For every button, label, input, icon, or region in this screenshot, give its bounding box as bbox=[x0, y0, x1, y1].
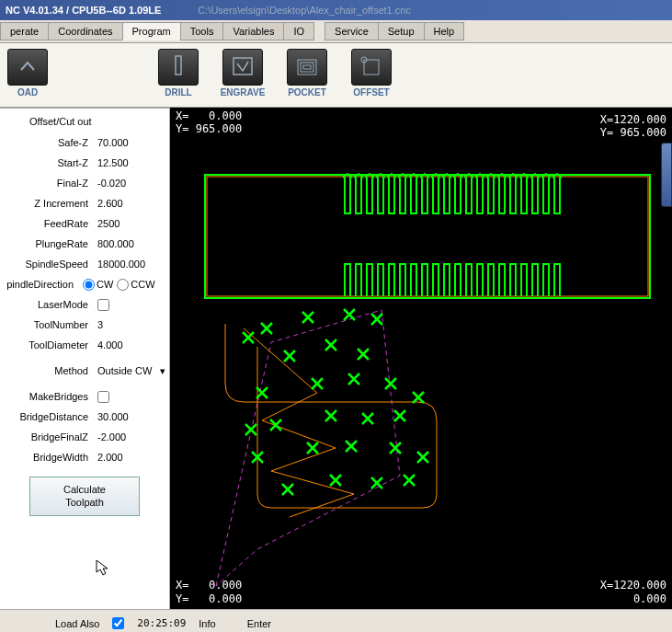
toolpath-svg bbox=[170, 108, 672, 609]
load-also-checkbox[interactable] bbox=[112, 617, 124, 629]
status-time: 20:25:09 bbox=[137, 617, 186, 629]
offset-button[interactable]: OFFSET bbox=[346, 49, 397, 98]
tab-coordinates[interactable]: Coordinates bbox=[48, 22, 122, 40]
drill-icon bbox=[158, 49, 199, 86]
tab-setup[interactable]: Setup bbox=[378, 22, 425, 40]
tab-program[interactable]: Program bbox=[122, 22, 181, 40]
drill-button[interactable]: DRILL bbox=[153, 49, 204, 98]
makebridges-checkbox[interactable] bbox=[97, 391, 109, 403]
tab-operate[interactable]: perate bbox=[0, 22, 49, 40]
menu-tabs: perate Coordinates Program Tools Variabl… bbox=[0, 20, 672, 43]
parameters-panel: Offset/Cut out Safe-Z70.000 Start-Z12.50… bbox=[0, 108, 170, 609]
svg-rect-1 bbox=[233, 58, 252, 75]
file-path: C:\Users\elsign\Desktop\Alex_chair_offse… bbox=[198, 5, 411, 16]
side-floater[interactable] bbox=[661, 143, 672, 207]
bridgewidth-field[interactable]: 2.000 bbox=[94, 452, 123, 463]
title-bar: NC V4.01.34 / CPU5B--6D 1.09LE C:\Users\… bbox=[0, 0, 672, 20]
tab-service[interactable]: Service bbox=[325, 22, 379, 40]
tab-variables[interactable]: Variables bbox=[222, 22, 284, 40]
lasermode-checkbox[interactable] bbox=[97, 299, 109, 311]
final-z-field[interactable]: -0.020 bbox=[94, 178, 126, 189]
engrave-icon bbox=[222, 49, 263, 86]
tab-tools[interactable]: Tools bbox=[180, 22, 224, 40]
safe-z-field[interactable]: 70.000 bbox=[94, 137, 129, 148]
load-button[interactable]: OAD bbox=[2, 49, 53, 98]
tab-help[interactable]: Help bbox=[424, 22, 465, 40]
app-title: NC V4.01.34 / CPU5B--6D 1.09LE bbox=[6, 5, 161, 16]
tooldiameter-field[interactable]: 4.000 bbox=[94, 339, 123, 350]
svg-rect-0 bbox=[176, 56, 181, 75]
bridgedistance-field[interactable]: 30.000 bbox=[94, 411, 129, 422]
svg-rect-3 bbox=[301, 63, 313, 72]
svg-rect-4 bbox=[303, 65, 311, 69]
load-icon bbox=[7, 49, 48, 86]
status-enter: Enter bbox=[247, 618, 271, 629]
preview-canvas[interactable]: X= 0.000 Y= 965.000 X=1220.000 Y= 965.00… bbox=[170, 108, 672, 609]
tab-io[interactable]: IO bbox=[283, 22, 314, 40]
pocket-icon bbox=[287, 49, 327, 86]
status-bar: Load Also 20:25:09 Info Enter bbox=[0, 609, 672, 632]
toolnumber-field[interactable]: 3 bbox=[94, 319, 103, 330]
cw-radio[interactable] bbox=[83, 279, 95, 291]
status-info: Info bbox=[199, 618, 215, 629]
start-z-field[interactable]: 12.500 bbox=[94, 157, 129, 168]
feedrate-field[interactable]: 2500 bbox=[94, 218, 120, 229]
engrave-button[interactable]: ENGRAVE bbox=[217, 49, 268, 98]
calculate-toolpath-button[interactable]: Calculate Toolpath bbox=[29, 477, 140, 516]
toolbar: OAD DRILL ENGRAVE POCKET OFFSET bbox=[0, 43, 672, 108]
pocket-button[interactable]: POCKET bbox=[281, 49, 333, 98]
panel-header: Offset/Cut out bbox=[2, 112, 167, 134]
plungerate-field[interactable]: 800.000 bbox=[94, 238, 134, 249]
z-increment-field[interactable]: 2.600 bbox=[94, 198, 123, 209]
ccw-radio[interactable] bbox=[117, 279, 129, 291]
offset-icon bbox=[351, 49, 392, 86]
bridgefinalz-field[interactable]: -2.000 bbox=[94, 431, 126, 442]
method-select[interactable]: Outside CW ▾ bbox=[94, 365, 165, 377]
spindlespeed-field[interactable]: 18000.000 bbox=[94, 259, 145, 270]
